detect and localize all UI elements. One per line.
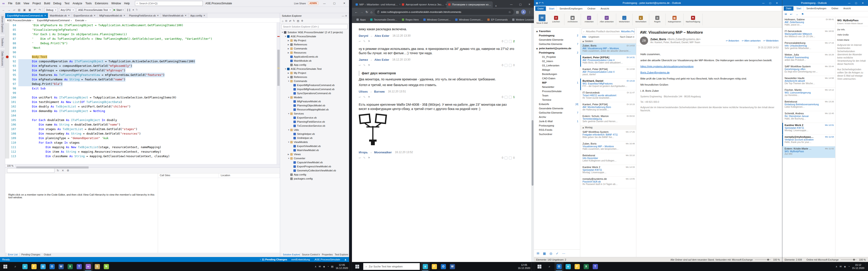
search-scope-dropdown[interactable]: Aktuelles Postfach ▾ [621,30,635,33]
tree-item[interactable]: ▼Models [280,95,349,99]
sync-icon[interactable]: ⇄ [289,20,291,22]
collapse-icon[interactable]: ⊟ [285,20,287,22]
code-line[interactable]: 97 Debug.Print("bla") [5,82,277,86]
mail-tray-icon[interactable]: ✉ [840,265,842,268]
tree-item[interactable]: ▶My Project [280,71,349,75]
ribbon-tab-datei[interactable]: Datei [535,6,546,11]
npp-taskbar-icon[interactable]: N [102,262,111,271]
edge-taskbar-icon[interactable]: e [421,262,430,271]
panel-tab-pending-changes[interactable]: Pending Changes [20,253,42,256]
mail-tray-icon[interactable]: ✉ [319,265,321,268]
folder-item[interactable]: Gesendete Elemente [534,37,580,42]
code-line[interactable]: 95 Dim features As TxPlanningMfgFeatureV… [5,73,277,77]
notification-center-button[interactable] [349,262,352,271]
breadcrumb-segment[interactable]: Execute▾ [75,19,86,22]
taskbar-search-input[interactable]: ⌕ Zur Suche Text hier eingeben [363,263,420,270]
platform-dropdown[interactable]: Any CPU▾ [59,8,75,12]
reply-icon[interactable]: ↩ [359,39,361,43]
menu-project[interactable]: Project [31,1,42,6]
email-list-item[interactable]: Extern: Schulz, MarionTerminbestätigungS… [580,114,636,126]
code-line[interactable]: 103 Dim demandOp As ITxPlanningObject = … [5,109,277,113]
break-icon[interactable]: ❚❚ [127,8,131,11]
delete-icon[interactable]: ✕ [61,169,64,172]
code-line[interactable]: 98 Exit Sub [5,86,277,91]
folder-item[interactable]: Gelöschte Elemente7 [534,42,580,46]
document-tab[interactable]: ExportMfgFeaturesCommand.vb✕ [5,13,48,18]
mail-nav-icon[interactable]: ✉ [537,251,539,255]
tree-item[interactable]: ▶Commands [280,46,349,50]
folder-item[interactable]: Posteingang2 [534,50,580,55]
folder-item[interactable]: Posteingang2 [534,33,580,37]
code-line[interactable]: 84 'Dim mfgFeature As ITxPlanningObject … [5,23,277,28]
tree-item[interactable]: ▶References [280,75,349,79]
folder-item[interactable]: MiP1 [534,80,580,85]
tree-item[interactable]: ▼ViewModels [280,140,349,144]
store-taskbar-icon[interactable]: ⊞ [38,262,48,271]
tree-item[interactable]: ▼Converter [280,156,349,160]
folder-item[interactable]: ProcessSimulate [534,89,580,93]
comment-author-link[interactable]: Jamez [359,58,368,62]
explorer-tab[interactable]: Properties [320,253,333,256]
word-taskbar-icon[interactable]: W [57,262,66,271]
refresh-icon[interactable]: ↻ [56,169,59,172]
explorer-taskbar-icon[interactable]: F [572,262,582,271]
ribbon-tab-senden/empfangen[interactable]: Senden/Empfangen [804,6,829,11]
tree-item[interactable]: PlanningObjectModel.vb [280,103,349,107]
code-line[interactable]: 104 [5,113,277,118]
menu-help[interactable]: Help [123,1,131,6]
email-list-item[interactable]: BetriebsratEinladung Betriebsversammlung… [782,99,835,111]
search-icon[interactable]: ⌕ [10,265,20,268]
tree-item[interactable]: XmlHelper.vb [280,136,349,140]
close-button[interactable]: ✕ [774,2,780,4]
ribbon-tab-datei[interactable]: Datei [784,6,794,11]
breakpoint-icon[interactable] [6,56,8,58]
close-button[interactable]: ✕ [340,1,348,6]
favorite-star-icon[interactable]: ☆ [508,10,511,14]
new-icon[interactable]: ▱ [13,8,16,11]
pencil-icon[interactable]: ✎ [363,156,366,160]
folder-item[interactable]: Ablage [534,68,580,72]
browser-tab[interactable]: Поговорим о сверхшироких ко…✕ [446,1,493,8]
saveall-icon[interactable]: ▣ [28,8,31,11]
tree-item[interactable]: MainViewModel.vb [280,148,349,152]
tree-item[interactable]: packages.config [280,177,349,181]
email-list-item[interactable]: Fischer, MartinWG: Lizenzverlängerungzur… [782,88,835,99]
other-favorites-button[interactable]: Weitere Lesezeichen [510,18,534,22]
menu-analyze[interactable]: Analyze [71,1,84,6]
undo-icon[interactable]: ↶ [33,8,36,11]
forward-icon[interactable]: → [360,10,363,14]
page-scrollbar[interactable] [531,23,534,262]
tree-item[interactable]: CapsuleViewModel.vb [280,160,349,164]
code-line[interactable]: 86 'For Each i As Integer In objOperatio… [5,32,277,37]
maximize-button[interactable]: ▢ [516,1,525,8]
ribbon-button[interactable]: ≣Regeln [651,16,663,23]
downvote-button[interactable] [504,40,507,43]
comment-recipient-link[interactable]: Alex Exler [375,34,389,38]
flag-icon[interactable]: ⚑ [368,39,370,43]
code-line[interactable]: 87 ' Dim vf As TxPlanningFieldInfo = (Ne… [5,37,277,41]
back-icon[interactable]: ← [355,10,358,14]
document-tab[interactable]: MainModule.vb✕ [48,13,72,18]
ribbon-button[interactable]: ↩Antworten [583,16,595,23]
ribbon-tab-senden/empfangen[interactable]: Senden/Empfangen [557,6,585,11]
side-tab-toolbox[interactable]: Toolbox [1,36,4,48]
fwd-icon[interactable]: → [7,8,11,11]
folder-item[interactable]: 03_Lieferanten [534,63,580,68]
search-icon[interactable]: ⌕ [545,265,555,268]
code-line[interactable]: 88 ' Debug.Print("b") [5,41,277,46]
filter-unread-tab[interactable]: Ungelesen [588,36,599,38]
tree-item[interactable]: ▼Solution 'ASE.ProcessSimulate' (2 of 2 … [280,30,349,34]
startup-project-dropdown[interactable]: ASE.ProcessSimulate.Test▾ [76,8,112,12]
configuration-dropdown[interactable]: Debug▾ [44,8,58,12]
network-tray-icon[interactable]: ▤ [331,265,333,268]
ribbon-button[interactable]: ▦Kategorisieren [668,16,681,23]
outlook-taskbar-icon[interactable]: O [555,262,563,271]
menu-window[interactable]: Window [110,1,123,6]
email-list-item[interactable]: PersonalabteilungInfo: UrlaubsübertragSe… [782,41,835,53]
mailbox-search-input[interactable]: ⌕ Aktuelles Postfach durchsuchen Aktuell… [582,29,635,34]
close-button[interactable]: ✕ [860,2,866,4]
ribbon-tab-ansicht[interactable]: Ansicht [598,6,612,11]
tree-item[interactable]: ▶References [280,42,349,46]
minimize-button[interactable]: — [320,1,328,6]
email-list-item[interactable]: Burkhard, DanielWG: Exportlauf MfgFeatur… [580,78,636,90]
